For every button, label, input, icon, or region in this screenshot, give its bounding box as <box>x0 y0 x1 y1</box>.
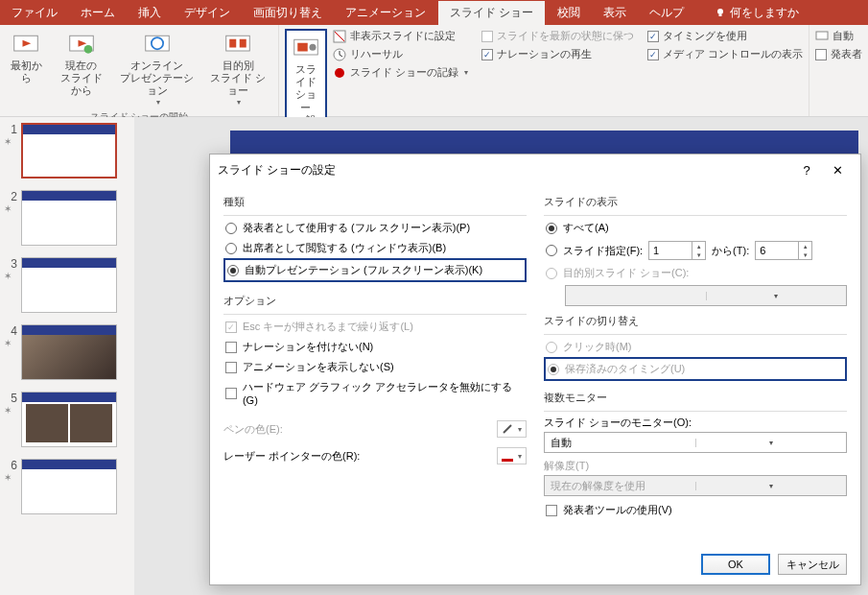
show-type-presenter-radio[interactable]: 発表者として使用する (フル スクリーン表示)(P) <box>223 218 527 238</box>
pen-color-label: ペンの色(E): <box>223 422 283 437</box>
thumb-number: 1 <box>4 123 17 136</box>
thumb-number: 5 <box>4 392 17 405</box>
slide-thumb-1[interactable] <box>21 123 117 178</box>
spin-down-icon[interactable]: ▼ <box>799 250 811 259</box>
slide-thumb-4[interactable] <box>21 324 117 380</box>
show-range-radio[interactable]: スライド指定(F): ▲▼ から(T): ▲▼ <box>544 238 847 263</box>
svg-point-20 <box>335 68 344 78</box>
help-button[interactable]: ? <box>791 163 822 178</box>
options-group-label: オプション <box>223 294 527 308</box>
to-input[interactable] <box>756 242 798 259</box>
use-timings-checkbox[interactable]: タイミングを使用 <box>647 29 803 43</box>
anim-star-icon: ✶ <box>4 472 17 483</box>
tab-help[interactable]: ヘルプ <box>638 0 695 25</box>
monitor-icon <box>815 30 829 43</box>
present-online-icon <box>144 31 171 58</box>
show-slides-label: スライドの表示 <box>544 195 847 209</box>
pen-color-picker[interactable]: ▾ <box>497 420 527 438</box>
radio-icon <box>225 243 237 254</box>
presenter-view-checkbox[interactable]: 発表者ツールの使用(V) <box>544 500 847 520</box>
slide-thumb-5[interactable] <box>21 392 117 447</box>
from-input[interactable] <box>649 242 692 259</box>
radio-icon <box>225 223 237 234</box>
checkbox-icon <box>225 321 237 333</box>
tab-transitions[interactable]: 画面切り替え <box>242 0 334 25</box>
checkbox-icon <box>546 505 557 516</box>
thumb-number: 2 <box>4 190 17 203</box>
tab-review[interactable]: 校閲 <box>546 0 592 25</box>
anim-star-icon: ✶ <box>4 203 17 214</box>
group-start-slideshow: 最初から 現在の スライドから オンライン プレゼンテーション▾ 目的別 スライ… <box>0 25 279 116</box>
tab-home[interactable]: ホーム <box>69 0 127 25</box>
thumb-number: 6 <box>4 459 17 472</box>
laser-color-label: レーザー ポインターの色(R): <box>223 449 360 464</box>
spin-down-icon[interactable]: ▼ <box>692 250 705 259</box>
anim-star-icon: ✶ <box>4 405 17 416</box>
record-icon <box>333 66 346 80</box>
cancel-button[interactable]: キャンセル <box>778 554 847 575</box>
lightbulb-icon <box>715 7 726 18</box>
from-current-button[interactable]: 現在の スライドから <box>53 29 110 100</box>
monitor-dropdown[interactable]: 自動 <box>815 29 862 43</box>
slide-thumb-6[interactable] <box>21 459 117 514</box>
from-beginning-button[interactable]: 最初から <box>6 29 47 86</box>
show-all-radio[interactable]: すべて(A) <box>544 218 847 238</box>
keep-latest-checkbox[interactable]: スライドを最新の状態に保つ <box>481 29 634 43</box>
show-type-kiosk-radio[interactable]: 自動プレゼンテーション (フル スクリーン表示)(K) <box>223 258 527 282</box>
tab-animations[interactable]: アニメーション <box>334 0 437 25</box>
checkbox-icon <box>481 49 493 60</box>
show-custom-radio: 目的別スライド ショー(C): <box>544 263 847 283</box>
tab-insert[interactable]: 挿入 <box>127 0 173 25</box>
advance-label: スライドの切り替え <box>544 314 847 328</box>
radio-icon <box>546 223 557 234</box>
play-from-start-icon <box>12 31 39 58</box>
tab-view[interactable]: 表示 <box>592 0 638 25</box>
hide-slide-button[interactable]: 非表示スライドに設定 <box>333 29 468 43</box>
anim-star-icon: ✶ <box>4 338 17 348</box>
spin-up-icon[interactable]: ▲ <box>692 242 705 250</box>
svg-point-6 <box>83 45 92 54</box>
svg-rect-11 <box>240 39 246 48</box>
radio-icon <box>548 364 559 375</box>
spin-up-icon[interactable]: ▲ <box>799 242 811 250</box>
tab-slideshow[interactable]: スライド ショー <box>437 0 546 25</box>
custom-slideshow-button[interactable]: 目的別 スライド ショー▾ <box>204 29 272 108</box>
ok-button[interactable]: OK <box>701 554 770 575</box>
chevron-down-icon: ▾ <box>706 292 847 300</box>
present-online-button[interactable]: オンライン プレゼンテーション▾ <box>116 29 199 108</box>
slide-thumb-2[interactable] <box>21 190 117 246</box>
tell-me-search[interactable]: 何をしますか <box>703 0 810 25</box>
tab-design[interactable]: デザイン <box>173 0 242 25</box>
dialog-titlebar: スライド ショーの設定 ? ✕ <box>210 155 860 185</box>
checkbox-icon <box>225 362 237 373</box>
show-type-browsed-radio[interactable]: 出席者として閲覧する (ウィンドウ表示)(B) <box>223 238 527 258</box>
advance-click-radio: クリック時(M) <box>544 337 847 357</box>
checkbox-icon <box>647 49 659 60</box>
checkbox-icon <box>647 31 659 42</box>
color-swatch-icon <box>502 450 513 462</box>
chevron-down-icon[interactable]: ▾ <box>695 439 847 447</box>
presenter-view-checkbox[interactable]: 発表者 <box>815 47 862 61</box>
no-narration-checkbox[interactable]: ナレーションを付けない(N) <box>223 337 527 357</box>
radio-icon <box>546 245 557 256</box>
show-media-controls-checkbox[interactable]: メディア コントロールの表示 <box>647 47 803 61</box>
slide-thumb-3[interactable] <box>21 257 117 313</box>
to-spinner[interactable]: ▲▼ <box>755 241 812 260</box>
custom-show-icon <box>224 31 251 58</box>
tab-file[interactable]: ファイル <box>0 0 69 25</box>
checkbox-icon <box>225 342 237 353</box>
svg-rect-10 <box>230 39 237 48</box>
no-animation-checkbox[interactable]: アニメーションを表示しない(S) <box>223 357 527 377</box>
play-from-current-icon <box>68 31 95 58</box>
rehearse-button[interactable]: リハーサル <box>333 47 468 61</box>
slide-thumbnail-panel: 1✶ 2✶ 3✶ 4✶ 5✶ 6✶ <box>0 117 134 595</box>
resolution-label: 解像度(T) <box>544 459 847 473</box>
anim-star-icon: ✶ <box>4 136 17 147</box>
monitor-select[interactable]: 自動▾ <box>544 432 847 453</box>
record-button[interactable]: スライド ショーの記録▾ <box>333 65 468 80</box>
from-spinner[interactable]: ▲▼ <box>648 241 706 260</box>
play-narration-checkbox[interactable]: ナレーションの再生 <box>481 47 634 61</box>
close-button[interactable]: ✕ <box>822 163 853 178</box>
laser-color-picker[interactable]: ▾ <box>497 447 527 464</box>
disable-hw-checkbox[interactable]: ハードウェア グラフィック アクセラレータを無効にする(G) <box>223 377 527 409</box>
